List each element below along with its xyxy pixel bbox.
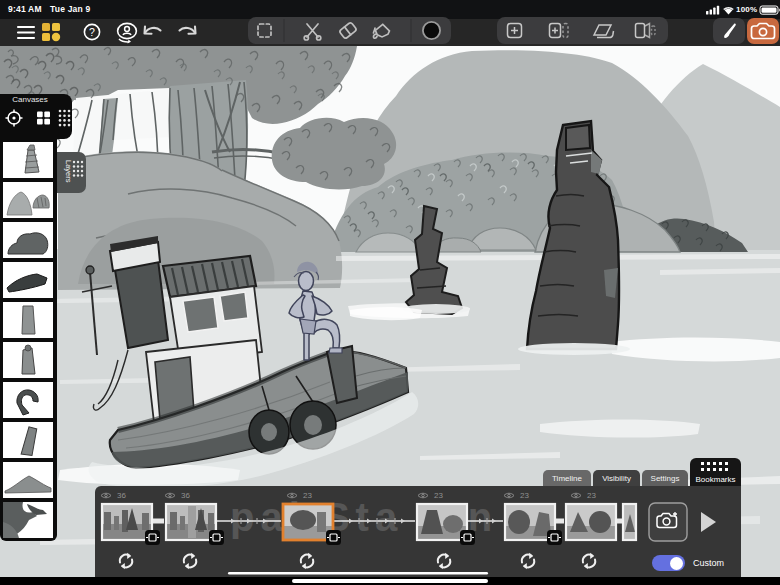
svg-text:?: ?	[89, 26, 95, 38]
svg-text:Layers: Layers	[64, 160, 73, 183]
